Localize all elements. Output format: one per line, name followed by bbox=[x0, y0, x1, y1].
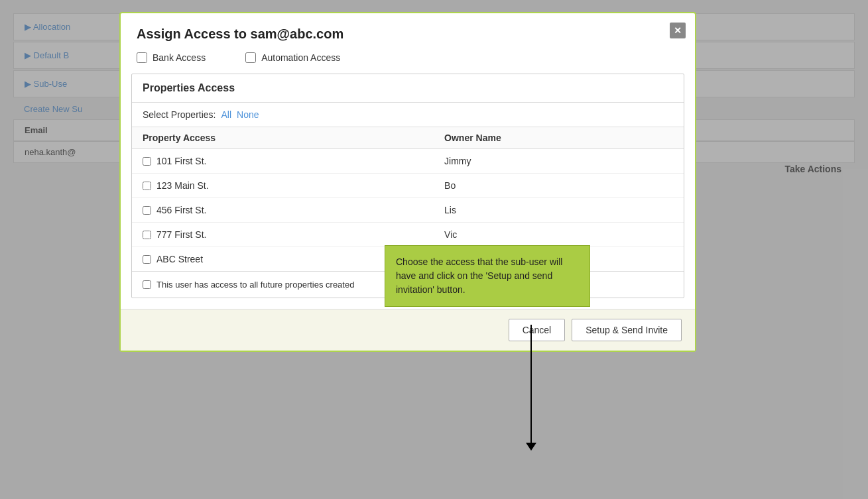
modal-footer: Cancel Setup & Send Invite bbox=[121, 309, 695, 351]
setup-send-invite-button[interactable]: Setup & Send Invite bbox=[572, 319, 682, 341]
property-checkbox[interactable] bbox=[143, 182, 151, 190]
property-owner-cell: Vic bbox=[434, 223, 684, 247]
property-checkbox[interactable] bbox=[143, 255, 151, 264]
property-address: 456 First St. bbox=[156, 205, 206, 215]
select-properties-row: Select Properties: All None bbox=[132, 103, 684, 127]
bank-access-label: Bank Access bbox=[153, 52, 206, 63]
property-owner-cell: Jimmy bbox=[434, 149, 684, 174]
property-address-cell: 777 First St. bbox=[132, 223, 434, 247]
bank-access-option[interactable]: Bank Access bbox=[137, 52, 206, 63]
property-checkbox[interactable] bbox=[143, 157, 151, 166]
property-checkbox[interactable] bbox=[143, 206, 151, 215]
modal-header: Assign Access to sam@abc.com ✕ bbox=[121, 13, 695, 52]
property-address: 777 First St. bbox=[156, 229, 206, 240]
access-options-row: Bank Access Automation Access bbox=[121, 52, 695, 74]
table-row: 123 Main St. Bo bbox=[132, 174, 684, 198]
property-owner-cell: Bo bbox=[434, 174, 684, 198]
property-address-cell: 456 First St. bbox=[132, 198, 434, 223]
col-property-access: Property Access bbox=[132, 127, 434, 149]
col-owner-name: Owner Name bbox=[434, 127, 684, 149]
property-address-cell: 101 First St. bbox=[132, 149, 434, 174]
property-address-cell: 123 Main St. bbox=[132, 174, 434, 198]
select-none-link[interactable]: None bbox=[237, 109, 259, 120]
tooltip-arrowhead bbox=[526, 443, 536, 451]
tooltip-text: Choose the access that the sub-user will… bbox=[396, 256, 562, 295]
tooltip-arrow-line bbox=[530, 325, 532, 444]
property-address: ABC Street bbox=[156, 254, 203, 264]
property-address: 123 Main St. bbox=[156, 180, 209, 191]
tooltip-box: Choose the access that the sub-user will… bbox=[385, 245, 590, 307]
future-access-checkbox[interactable] bbox=[143, 280, 151, 289]
properties-header: Properties Access bbox=[132, 74, 684, 103]
bank-access-checkbox[interactable] bbox=[137, 52, 147, 63]
cancel-button[interactable]: Cancel bbox=[509, 319, 566, 341]
table-row: 101 First St. Jimmy bbox=[132, 149, 684, 174]
property-address: 101 First St. bbox=[156, 156, 206, 166]
future-access-label: This user has access to all future prope… bbox=[156, 280, 354, 290]
close-button[interactable]: ✕ bbox=[670, 23, 686, 38]
automation-access-option[interactable]: Automation Access bbox=[245, 52, 340, 63]
select-all-link[interactable]: All bbox=[221, 109, 232, 120]
select-properties-label: Select Properties: bbox=[143, 109, 216, 120]
property-checkbox[interactable] bbox=[143, 231, 151, 239]
property-owner-cell: Lis bbox=[434, 198, 684, 223]
modal-title: Assign Access to sam@abc.com bbox=[137, 27, 679, 42]
automation-access-label: Automation Access bbox=[261, 52, 340, 63]
automation-access-checkbox[interactable] bbox=[245, 52, 256, 63]
table-row: 456 First St. Lis bbox=[132, 198, 684, 223]
table-row: 777 First St. Vic bbox=[132, 223, 684, 247]
